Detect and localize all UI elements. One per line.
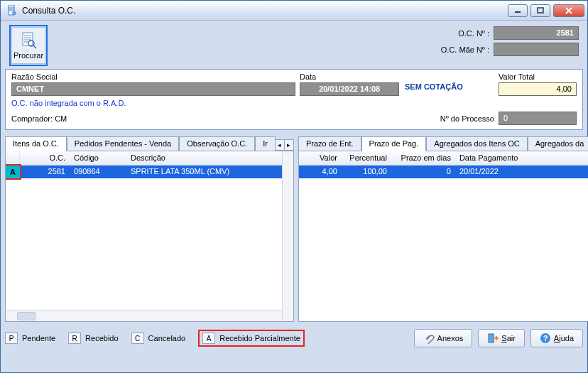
anexos-label: Anexos [437, 334, 464, 342]
tab-agregados-da[interactable]: Agregados da [528, 136, 588, 151]
tab-observacao-oc[interactable]: Observação O.C. [179, 136, 255, 151]
col-status[interactable] [6, 151, 20, 165]
razao-label: Razão Social [11, 72, 295, 81]
tab-prazo-pag[interactable]: Prazo de Pag. [361, 136, 427, 151]
legend-c-icon: C [131, 333, 144, 344]
exit-icon [487, 333, 499, 344]
legend-r-label: Recebido [85, 334, 118, 342]
header-panel: Razão Social CMNET Data 20/01/2022 14:08… [5, 69, 583, 130]
col-prazo-dias[interactable]: Prazo em dias [391, 151, 455, 165]
left-grid-header: O.C. Código Descrição [6, 151, 293, 166]
right-grid-header: Valor Percentual Prazo em dias Data Paga… [299, 151, 588, 166]
oc-no-label: O.C. Nº : [425, 29, 489, 38]
client-area: Procurar O.C. Nº : 2581 O.C. Mãe Nº : Ra… [5, 25, 583, 368]
row-desc: SPRITE LATA 350ML (CMV) [126, 166, 293, 178]
tab-prazo-ent[interactable]: Prazo de Ent. [298, 136, 361, 151]
col-codigo[interactable]: Código [70, 151, 126, 165]
rad-note: O.C. não integrada com o R.A.D. [11, 99, 126, 107]
oc-mae-label: O.C. Mãe Nº : [425, 45, 489, 54]
n-processo-label: Nº do Processo [440, 114, 494, 123]
sair-hotkey: S [501, 334, 506, 342]
svg-rect-5 [489, 334, 494, 342]
right-grid-row[interactable]: 4,00 100,00 0 20/01/2022 [299, 166, 588, 178]
footer: P Pendente R Recebido C Cancelado A Rece… [5, 329, 583, 347]
svg-rect-1 [13, 12, 16, 14]
sem-cotacao-label: SEM COTAÇÃO [405, 72, 490, 91]
tab-agregados-itens[interactable]: Agregados dos Itens OC [426, 136, 527, 151]
col-descricao[interactable]: Descrição [126, 151, 293, 165]
legend-r-icon: R [68, 333, 81, 344]
left-tabs-next[interactable]: ▸ [284, 139, 294, 151]
right-tabs: Prazo de Ent. Prazo de Pag. Agregados do… [298, 136, 588, 322]
left-vscrollbar[interactable] [282, 151, 293, 321]
n-processo-value: 0 [499, 112, 577, 125]
valor-value: 4,00 [499, 82, 577, 96]
window-frame: Consulta O.C. [0, 0, 588, 373]
col-percentual[interactable]: Percentual [342, 151, 391, 165]
data-label: Data [300, 72, 399, 81]
paperclip-icon [423, 333, 435, 344]
oc-no-value: 2581 [494, 26, 579, 40]
razao-value: CMNET [11, 82, 295, 96]
legend-pendente: P Pendente [5, 333, 55, 344]
procurar-label: Procurar [13, 51, 43, 60]
svg-text:?: ? [543, 334, 548, 342]
col-valor[interactable]: Valor [299, 151, 342, 165]
titlebar-controls [505, 4, 584, 17]
legend-recebido-parcialmente: A Recebido Parcialmente [198, 330, 305, 347]
tab-itens-oc[interactable]: Itens da O.C. [5, 136, 67, 151]
comprador-label: Comprador: CM [11, 114, 67, 123]
legend-p-icon: P [5, 333, 18, 344]
legend-a-label: Recebido Parcialmente [219, 334, 300, 342]
legend-p-label: Pendente [22, 334, 55, 342]
row-data-pag: 20/01/2022 [455, 166, 588, 178]
close-button[interactable] [553, 4, 584, 17]
legend-recebido: R Recebido [68, 333, 118, 344]
col-oc[interactable]: O.C. [20, 151, 70, 165]
right-tabcontent: Valor Percentual Prazo em dias Data Paga… [298, 151, 588, 322]
right-tabbar: Prazo de Ent. Prazo de Pag. Agregados do… [298, 136, 588, 151]
legend-a-icon: A [202, 333, 215, 344]
titlebar: Consulta O.C. [1, 1, 587, 21]
help-icon: ? [540, 333, 551, 344]
procurar-highlight: Procurar [9, 25, 48, 66]
legend-cancelado: C Cancelado [131, 333, 186, 344]
tab-pedidos-pendentes[interactable]: Pedidos Pendentes - Venda [67, 136, 179, 151]
procurar-button[interactable]: Procurar [11, 27, 45, 64]
col-data-pagamento[interactable]: Data Pagamento [455, 151, 588, 165]
oc-mae-value [494, 43, 579, 56]
left-tabs: Itens da O.C. Pedidos Pendentes - Venda … [5, 136, 294, 322]
left-tabcontent: O.C. Código Descrição A 2581 090864 SPRI… [5, 151, 294, 322]
left-tabbar: Itens da O.C. Pedidos Pendentes - Venda … [5, 136, 294, 151]
maximize-button[interactable] [530, 4, 550, 17]
svg-rect-2 [538, 8, 543, 13]
data-value: 20/01/2022 14:08 [300, 82, 399, 96]
valor-label: Valor Total [499, 72, 577, 81]
sair-button[interactable]: Sair [478, 329, 525, 347]
left-grid-row[interactable]: A 2581 090864 SPRITE LATA 350ML (CMV) [6, 166, 293, 178]
svg-rect-3 [23, 33, 33, 45]
status-legend: P Pendente R Recebido C Cancelado A Rece… [5, 330, 317, 347]
sair-rest: air [507, 334, 516, 342]
oc-number-panel: O.C. Nº : 2581 O.C. Mãe Nº : [425, 26, 579, 59]
app-icon [6, 5, 18, 16]
left-hscrollbar[interactable] [6, 310, 282, 321]
left-tabs-prev[interactable]: ◂ [275, 139, 285, 151]
row-dias: 0 [391, 166, 455, 178]
anexos-button[interactable]: Anexos [414, 329, 473, 347]
document-search-icon [19, 31, 38, 50]
row-pct: 100,00 [342, 166, 391, 178]
tab-ir[interactable]: Ir [255, 136, 276, 151]
window-title: Consulta O.C. [22, 6, 75, 16]
row-oc: 2581 [20, 166, 70, 178]
minimize-button[interactable] [508, 4, 528, 17]
row-status-badge: A [6, 166, 20, 178]
ajuda-rest: juda [559, 334, 574, 342]
ajuda-button[interactable]: ? Ajuda [530, 329, 583, 347]
row-valor: 4,00 [299, 166, 342, 178]
legend-c-label: Cancelado [148, 334, 186, 342]
row-codigo: 090864 [70, 166, 126, 178]
toolbar-area: Procurar O.C. Nº : 2581 O.C. Mãe Nº : [5, 25, 583, 66]
